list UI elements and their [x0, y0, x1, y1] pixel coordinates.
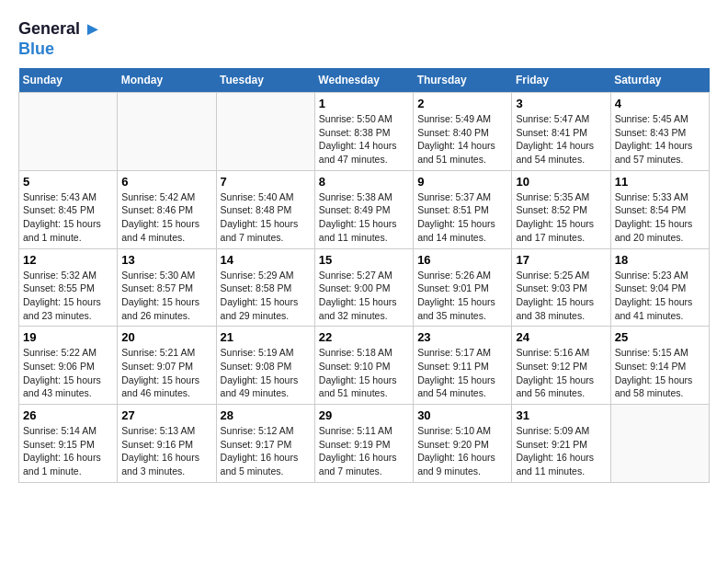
day-info-text: Sunrise: 5:27 AM Sunset: 9:00 PM Dayligh… — [319, 269, 409, 323]
day-number: 19 — [23, 330, 113, 344]
calendar-cell: 18Sunrise: 5:23 AM Sunset: 9:04 PM Dayli… — [610, 248, 709, 327]
weekday-header-monday: Monday — [118, 68, 216, 93]
day-info-text: Sunrise: 5:13 AM Sunset: 9:16 PM Dayligh… — [121, 424, 211, 478]
day-info-text: Sunrise: 5:42 AM Sunset: 8:46 PM Dayligh… — [121, 190, 211, 245]
weekday-header-thursday: Thursday — [414, 68, 512, 93]
day-number: 31 — [516, 408, 606, 422]
calendar-cell: 26Sunrise: 5:14 AM Sunset: 9:15 PM Dayli… — [19, 405, 118, 483]
day-number: 4 — [615, 97, 705, 110]
calendar-table: SundayMondayTuesdayWednesdayThursdayFrid… — [18, 68, 710, 483]
calendar-cell: 21Sunrise: 5:19 AM Sunset: 9:08 PM Dayli… — [216, 327, 314, 405]
day-number: 1 — [319, 97, 409, 110]
day-number: 21 — [221, 330, 311, 344]
calendar-cell: 31Sunrise: 5:09 AM Sunset: 9:21 PM Dayli… — [512, 405, 610, 483]
weekday-header-row: SundayMondayTuesdayWednesdayThursdayFrid… — [19, 68, 710, 93]
calendar-cell: 27Sunrise: 5:13 AM Sunset: 9:16 PM Dayli… — [118, 405, 216, 483]
day-info-text: Sunrise: 5:10 AM Sunset: 9:20 PM Dayligh… — [417, 424, 507, 478]
day-info-text: Sunrise: 5:29 AM Sunset: 8:58 PM Dayligh… — [221, 269, 311, 323]
day-info-text: Sunrise: 5:09 AM Sunset: 9:21 PM Dayligh… — [516, 424, 606, 478]
calendar-cell — [118, 93, 216, 171]
day-number: 30 — [417, 408, 507, 422]
weekday-header-friday: Friday — [512, 68, 610, 93]
day-info-text: Sunrise: 5:37 AM Sunset: 8:51 PM Dayligh… — [417, 190, 507, 245]
day-number: 25 — [615, 330, 705, 344]
day-number: 13 — [121, 253, 211, 267]
day-info-text: Sunrise: 5:12 AM Sunset: 9:17 PM Dayligh… — [221, 424, 311, 478]
day-number: 27 — [121, 408, 211, 422]
calendar-cell: 3Sunrise: 5:47 AM Sunset: 8:41 PM Daylig… — [512, 93, 610, 171]
day-info-text: Sunrise: 5:16 AM Sunset: 9:12 PM Dayligh… — [516, 346, 606, 400]
day-number: 24 — [516, 330, 606, 344]
day-info-text: Sunrise: 5:19 AM Sunset: 9:08 PM Dayligh… — [221, 346, 311, 400]
logo: General ► Blue — [18, 18, 102, 59]
day-number: 17 — [516, 253, 606, 267]
weekday-header-saturday: Saturday — [610, 68, 709, 93]
calendar-cell: 10Sunrise: 5:35 AM Sunset: 8:52 PM Dayli… — [512, 170, 610, 248]
day-info-text: Sunrise: 5:25 AM Sunset: 9:03 PM Dayligh… — [516, 269, 606, 323]
day-number: 7 — [221, 175, 311, 189]
calendar-cell: 25Sunrise: 5:15 AM Sunset: 9:14 PM Dayli… — [610, 327, 709, 405]
day-number: 18 — [615, 253, 705, 267]
day-info-text: Sunrise: 5:50 AM Sunset: 8:38 PM Dayligh… — [319, 112, 409, 167]
day-number: 29 — [319, 408, 409, 422]
page-header: General ► Blue — [18, 18, 710, 59]
calendar-cell: 4Sunrise: 5:45 AM Sunset: 8:43 PM Daylig… — [610, 93, 709, 171]
day-info-text: Sunrise: 5:43 AM Sunset: 8:45 PM Dayligh… — [23, 190, 113, 245]
logo-arrow-icon: ► — [84, 18, 102, 40]
day-info-text: Sunrise: 5:26 AM Sunset: 9:01 PM Dayligh… — [417, 269, 507, 323]
calendar-week-row: 5Sunrise: 5:43 AM Sunset: 8:45 PM Daylig… — [19, 170, 710, 248]
calendar-cell: 19Sunrise: 5:22 AM Sunset: 9:06 PM Dayli… — [19, 327, 118, 405]
day-number: 16 — [417, 253, 507, 267]
calendar-cell: 9Sunrise: 5:37 AM Sunset: 8:51 PM Daylig… — [414, 170, 512, 248]
logo-blue-text: Blue — [18, 40, 54, 58]
day-info-text: Sunrise: 5:35 AM Sunset: 8:52 PM Dayligh… — [516, 190, 606, 245]
calendar-week-row: 1Sunrise: 5:50 AM Sunset: 8:38 PM Daylig… — [19, 93, 710, 171]
calendar-cell: 22Sunrise: 5:18 AM Sunset: 9:10 PM Dayli… — [314, 327, 413, 405]
calendar-cell: 7Sunrise: 5:40 AM Sunset: 8:48 PM Daylig… — [216, 170, 314, 248]
calendar-cell: 29Sunrise: 5:11 AM Sunset: 9:19 PM Dayli… — [314, 405, 413, 483]
calendar-cell: 12Sunrise: 5:32 AM Sunset: 8:55 PM Dayli… — [19, 248, 118, 327]
day-number: 14 — [221, 253, 311, 267]
calendar-cell — [610, 405, 709, 483]
calendar-cell: 15Sunrise: 5:27 AM Sunset: 9:00 PM Dayli… — [314, 248, 413, 327]
day-info-text: Sunrise: 5:17 AM Sunset: 9:11 PM Dayligh… — [417, 346, 507, 400]
day-info-text: Sunrise: 5:22 AM Sunset: 9:06 PM Dayligh… — [23, 346, 113, 400]
calendar-cell — [19, 93, 118, 171]
day-number: 8 — [319, 175, 409, 189]
day-number: 15 — [319, 253, 409, 267]
day-number: 10 — [516, 175, 606, 189]
calendar-cell: 30Sunrise: 5:10 AM Sunset: 9:20 PM Dayli… — [414, 405, 512, 483]
day-info-text: Sunrise: 5:15 AM Sunset: 9:14 PM Dayligh… — [615, 346, 705, 400]
day-number: 2 — [417, 97, 507, 110]
day-number: 5 — [23, 175, 113, 189]
day-number: 6 — [121, 175, 211, 189]
day-number: 11 — [615, 175, 705, 189]
day-number: 22 — [319, 330, 409, 344]
calendar-cell: 11Sunrise: 5:33 AM Sunset: 8:54 PM Dayli… — [610, 170, 709, 248]
weekday-header-wednesday: Wednesday — [314, 68, 413, 93]
calendar-cell: 1Sunrise: 5:50 AM Sunset: 8:38 PM Daylig… — [314, 93, 413, 171]
day-info-text: Sunrise: 5:18 AM Sunset: 9:10 PM Dayligh… — [319, 346, 409, 400]
calendar-week-row: 19Sunrise: 5:22 AM Sunset: 9:06 PM Dayli… — [19, 327, 710, 405]
day-info-text: Sunrise: 5:32 AM Sunset: 8:55 PM Dayligh… — [23, 269, 113, 323]
calendar-cell: 8Sunrise: 5:38 AM Sunset: 8:49 PM Daylig… — [314, 170, 413, 248]
day-info-text: Sunrise: 5:49 AM Sunset: 8:40 PM Dayligh… — [417, 112, 507, 167]
calendar-cell: 13Sunrise: 5:30 AM Sunset: 8:57 PM Dayli… — [118, 248, 216, 327]
day-number: 26 — [23, 408, 113, 422]
day-number: 9 — [417, 175, 507, 189]
day-info-text: Sunrise: 5:14 AM Sunset: 9:15 PM Dayligh… — [23, 424, 113, 478]
calendar-cell: 28Sunrise: 5:12 AM Sunset: 9:17 PM Dayli… — [216, 405, 314, 483]
calendar-cell: 5Sunrise: 5:43 AM Sunset: 8:45 PM Daylig… — [19, 170, 118, 248]
calendar-cell: 17Sunrise: 5:25 AM Sunset: 9:03 PM Dayli… — [512, 248, 610, 327]
calendar-week-row: 12Sunrise: 5:32 AM Sunset: 8:55 PM Dayli… — [19, 248, 710, 327]
day-info-text: Sunrise: 5:11 AM Sunset: 9:19 PM Dayligh… — [319, 424, 409, 478]
day-info-text: Sunrise: 5:23 AM Sunset: 9:04 PM Dayligh… — [615, 269, 705, 323]
weekday-header-tuesday: Tuesday — [216, 68, 314, 93]
day-number: 23 — [417, 330, 507, 344]
day-info-text: Sunrise: 5:40 AM Sunset: 8:48 PM Dayligh… — [221, 190, 311, 245]
calendar-cell: 23Sunrise: 5:17 AM Sunset: 9:11 PM Dayli… — [414, 327, 512, 405]
calendar-cell: 24Sunrise: 5:16 AM Sunset: 9:12 PM Dayli… — [512, 327, 610, 405]
weekday-header-sunday: Sunday — [19, 68, 118, 93]
day-number: 28 — [221, 408, 311, 422]
day-number: 3 — [516, 97, 606, 110]
